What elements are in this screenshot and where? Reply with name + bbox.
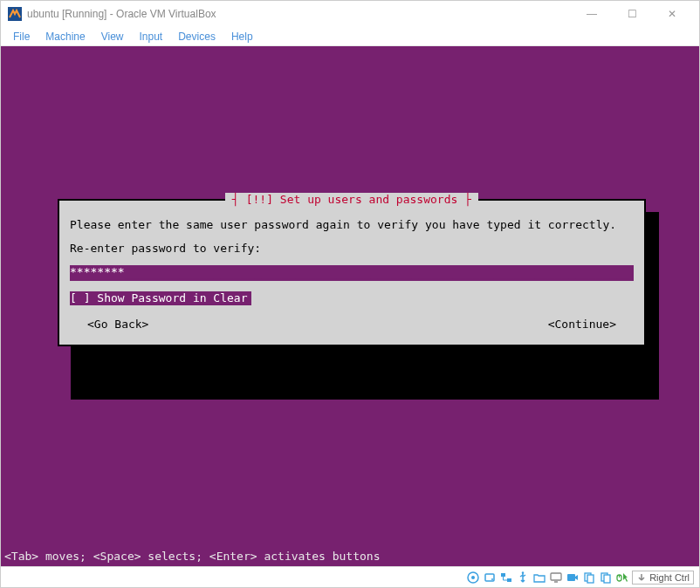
virtualbox-icon	[8, 7, 22, 21]
help-line: <Tab> moves; <Space> selects; <Enter> ac…	[4, 550, 380, 563]
menu-help[interactable]: Help	[224, 29, 260, 44]
shared-folder-icon[interactable]	[532, 571, 546, 585]
underline: ________________________________________…	[70, 266, 634, 281]
menu-file[interactable]: File	[6, 29, 37, 44]
window-controls: — ☐ ✕	[572, 1, 692, 27]
titlebar: ubuntu [Running] - Oracle VM VirtualBox …	[1, 1, 699, 27]
go-back-button[interactable]: <Go Back>	[87, 318, 148, 332]
continue-button[interactable]: <Continue>	[548, 318, 616, 332]
menu-machine[interactable]: Machine	[38, 29, 92, 44]
menu-devices[interactable]: Devices	[171, 29, 223, 44]
drag-drop-icon[interactable]	[599, 571, 613, 585]
vm-display[interactable]: ┤ [!!] Set up users and passwords ├ Plea…	[1, 46, 699, 566]
statusbar: Right Ctrl	[1, 566, 699, 587]
svg-point-2	[471, 576, 475, 579]
svg-rect-5	[501, 573, 505, 577]
dialog-title: ┤ [!!] Set up users and passwords ├	[225, 193, 478, 208]
dialog-title-text: [!!] Set up users and passwords	[246, 193, 458, 206]
svg-rect-8	[551, 573, 561, 580]
svg-rect-6	[507, 578, 511, 582]
clipboard-icon[interactable]	[582, 571, 596, 585]
menubar: File Machine View Input Devices Help	[1, 27, 699, 46]
installer-dialog: ┤ [!!] Set up users and passwords ├ Plea…	[58, 199, 646, 346]
show-password-checkbox[interactable]: [ ] Show Password in Clear	[70, 291, 251, 306]
maximize-button[interactable]: ☐	[612, 1, 652, 27]
dialog-body: Please enter the same user password agai…	[70, 218, 634, 332]
field-label: Re-enter password to verify:	[70, 242, 634, 256]
arrow-down-icon	[636, 572, 647, 583]
virtualbox-window: ubuntu [Running] - Oracle VM VirtualBox …	[0, 0, 700, 588]
display-icon[interactable]	[549, 571, 563, 585]
nav-row: <Go Back> <Continue>	[70, 318, 634, 332]
host-key-label: Right Ctrl	[649, 572, 690, 583]
svg-point-7	[522, 571, 524, 573]
disk-icon[interactable]	[483, 571, 497, 585]
dialog-title-row: ┤ [!!] Set up users and passwords ├	[70, 193, 634, 208]
network-icon[interactable]	[499, 571, 513, 585]
disc-icon[interactable]	[466, 571, 480, 585]
close-button[interactable]: ✕	[652, 1, 692, 27]
minimize-button[interactable]: —	[572, 1, 612, 27]
record-icon[interactable]	[566, 571, 580, 585]
svg-rect-11	[587, 575, 594, 583]
instruction-text: Please enter the same user password agai…	[70, 218, 634, 233]
menu-input[interactable]: Input	[133, 29, 170, 44]
mouse-capture-icon[interactable]	[615, 571, 629, 585]
usb-icon[interactable]	[516, 571, 530, 585]
menu-view[interactable]: View	[94, 29, 131, 44]
window-title: ubuntu [Running] - Oracle VM VirtualBox	[27, 8, 572, 20]
svg-rect-13	[604, 575, 610, 583]
svg-point-4	[491, 578, 493, 580]
svg-rect-9	[567, 574, 575, 581]
host-key-indicator[interactable]: Right Ctrl	[632, 571, 694, 585]
